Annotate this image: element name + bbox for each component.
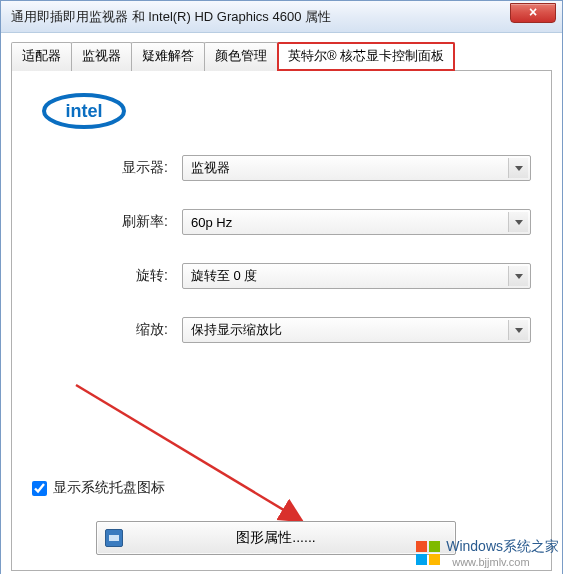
row-refresh: 刷新率: 60p Hz xyxy=(32,209,531,235)
graphics-properties-button[interactable]: 图形属性...... xyxy=(96,521,456,555)
row-scaling: 缩放: 保持显示缩放比 xyxy=(32,317,531,343)
tray-checkbox-label: 显示系统托盘图标 xyxy=(53,479,165,497)
intel-logo-icon: intel xyxy=(40,91,130,131)
label-refresh: 刷新率: xyxy=(32,213,182,231)
row-rotation: 旋转: 旋转至 0 度 xyxy=(32,263,531,289)
tab-adapter[interactable]: 适配器 xyxy=(11,42,72,71)
properties-window: 通用即插即用监视器 和 Intel(R) HD Graphics 4600 属性… xyxy=(0,0,563,574)
client-area: 适配器 监视器 疑难解答 颜色管理 英特尔® 核芯显卡控制面板 intel 显示… xyxy=(1,33,562,574)
label-display: 显示器: xyxy=(32,159,182,177)
select-refresh[interactable]: 60p Hz xyxy=(182,209,531,235)
tab-panel-intel: intel 显示器: 监视器 刷新率: 60p Hz 旋转: xyxy=(11,71,552,571)
windows-logo-icon xyxy=(414,539,442,567)
svg-line-2 xyxy=(76,385,302,521)
window-title: 通用即插即用监视器 和 Intel(R) HD Graphics 4600 属性 xyxy=(11,8,331,26)
tray-checkbox[interactable] xyxy=(32,481,47,496)
select-scaling[interactable]: 保持显示缩放比 xyxy=(182,317,531,343)
label-rotation: 旋转: xyxy=(32,267,182,285)
annotation-arrow-icon xyxy=(72,381,332,541)
titlebar: 通用即插即用监视器 和 Intel(R) HD Graphics 4600 属性… xyxy=(1,1,562,33)
tab-monitor[interactable]: 监视器 xyxy=(71,42,132,71)
tab-intel-graphics[interactable]: 英特尔® 核芯显卡控制面板 xyxy=(277,42,455,71)
intel-logo: intel xyxy=(40,91,531,131)
svg-rect-5 xyxy=(416,554,427,565)
label-scaling: 缩放: xyxy=(32,321,182,339)
tab-bar: 适配器 监视器 疑难解答 颜色管理 英特尔® 核芯显卡控制面板 xyxy=(11,41,552,71)
tab-color-mgmt[interactable]: 颜色管理 xyxy=(204,42,278,71)
svg-text:intel: intel xyxy=(65,101,102,121)
close-button[interactable]: × xyxy=(510,3,556,23)
select-display[interactable]: 监视器 xyxy=(182,155,531,181)
chevron-down-icon xyxy=(508,212,528,232)
watermark-text: Windows系统之家 www.bjjmlv.com xyxy=(446,538,559,568)
select-display-value: 监视器 xyxy=(191,159,230,177)
svg-rect-4 xyxy=(429,541,440,552)
tab-troubleshoot[interactable]: 疑难解答 xyxy=(131,42,205,71)
select-rotation[interactable]: 旋转至 0 度 xyxy=(182,263,531,289)
chevron-down-icon xyxy=(508,158,528,178)
select-refresh-value: 60p Hz xyxy=(191,215,232,230)
chevron-down-icon xyxy=(508,266,528,286)
watermark-domain: www.bjjmlv.com xyxy=(452,556,559,568)
row-display: 显示器: 监视器 xyxy=(32,155,531,181)
select-scaling-value: 保持显示缩放比 xyxy=(191,321,282,339)
close-icon: × xyxy=(529,4,537,20)
graphics-properties-label: 图形属性...... xyxy=(236,529,315,547)
svg-rect-3 xyxy=(416,541,427,552)
chevron-down-icon xyxy=(508,320,528,340)
watermark: Windows系统之家 www.bjjmlv.com xyxy=(414,538,559,568)
tray-checkbox-row[interactable]: 显示系统托盘图标 xyxy=(32,479,165,497)
select-rotation-value: 旋转至 0 度 xyxy=(191,267,257,285)
display-settings-icon xyxy=(105,529,123,547)
svg-rect-6 xyxy=(429,554,440,565)
